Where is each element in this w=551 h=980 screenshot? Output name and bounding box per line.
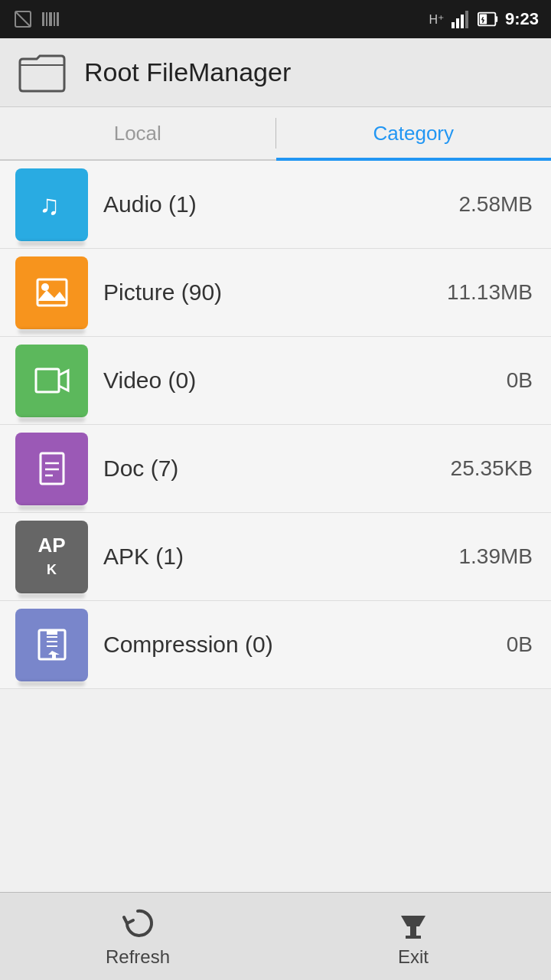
svg-point-19 <box>41 283 49 291</box>
barcode-icon <box>40 8 61 30</box>
apk-label: APK (1) <box>103 544 459 570</box>
status-bar: H⁺ 9:23 <box>0 0 551 38</box>
compression-icon <box>33 626 71 664</box>
list-item[interactable]: APK APK (1) 1.39MB <box>0 513 551 601</box>
svg-rect-26 <box>47 630 57 635</box>
svg-text:♫: ♫ <box>39 189 60 220</box>
compression-icon-box <box>15 609 88 681</box>
audio-icon-box: ♫ <box>15 168 88 241</box>
svg-rect-13 <box>480 14 487 24</box>
apk-text-icon: APK <box>37 534 65 578</box>
svg-rect-9 <box>461 15 464 28</box>
video-size: 0B <box>507 368 551 393</box>
video-label: Video (0) <box>103 368 507 394</box>
compression-label: Compression (0) <box>103 632 507 658</box>
bottom-toolbar: Refresh Exit <box>0 892 551 980</box>
network-type: H⁺ <box>429 12 444 27</box>
svg-rect-4 <box>49 12 52 26</box>
svg-rect-20 <box>36 369 59 392</box>
refresh-icon <box>119 905 156 942</box>
tab-local[interactable]: Local <box>0 107 276 159</box>
exit-label: Exit <box>398 946 429 968</box>
picture-label: Picture (90) <box>103 279 447 305</box>
doc-icon <box>33 449 71 488</box>
list-item[interactable]: Doc (7) 25.35KB <box>0 425 551 513</box>
doc-size: 25.35KB <box>451 456 551 481</box>
svg-rect-8 <box>456 18 459 28</box>
audio-size: 2.58MB <box>459 192 552 217</box>
list-item[interactable]: Compression (0) 0B <box>0 601 551 689</box>
doc-label: Doc (7) <box>103 456 451 482</box>
doc-icon-box <box>15 433 88 505</box>
signal-icon <box>450 8 471 30</box>
svg-rect-33 <box>406 936 421 939</box>
svg-rect-7 <box>452 22 455 28</box>
svg-rect-12 <box>495 16 497 21</box>
battery-icon <box>478 10 499 28</box>
svg-rect-10 <box>465 11 468 28</box>
tab-bar: Local Category <box>0 107 551 161</box>
audio-label: Audio (1) <box>103 191 459 217</box>
compression-size: 0B <box>507 632 551 657</box>
app-header: Root FileManager <box>0 38 551 107</box>
svg-rect-3 <box>46 12 47 26</box>
svg-rect-6 <box>57 12 59 26</box>
status-time: 9:23 <box>505 9 539 29</box>
app-title: Root FileManager <box>84 57 291 87</box>
list-item[interactable]: Picture (90) 11.13MB <box>0 249 551 337</box>
refresh-label: Refresh <box>106 946 170 968</box>
audio-icon: ♫ <box>33 185 71 224</box>
picture-size: 11.13MB <box>447 280 551 305</box>
folder-icon <box>18 53 66 93</box>
refresh-button[interactable]: Refresh <box>61 905 214 968</box>
svg-marker-31 <box>401 916 425 926</box>
svg-rect-18 <box>37 279 67 305</box>
exit-icon <box>395 905 432 942</box>
app-logo <box>15 50 69 96</box>
video-icon-box <box>15 345 88 417</box>
picture-icon-box <box>15 256 88 329</box>
no-sim-icon <box>12 8 34 30</box>
list-item[interactable]: ♫ Audio (1) 2.58MB <box>0 161 551 249</box>
svg-line-1 <box>15 11 31 27</box>
apk-icon-box: APK <box>15 521 88 593</box>
category-list: ♫ Audio (1) 2.58MB Picture (90) 11.13MB … <box>0 161 551 689</box>
video-icon <box>33 361 71 400</box>
svg-rect-32 <box>410 926 416 936</box>
apk-size: 1.39MB <box>459 544 552 569</box>
tab-category[interactable]: Category <box>276 107 552 159</box>
svg-marker-30 <box>48 651 60 659</box>
list-item[interactable]: Video (0) 0B <box>0 337 551 425</box>
svg-rect-5 <box>54 12 55 26</box>
exit-button[interactable]: Exit <box>337 905 490 968</box>
svg-rect-2 <box>42 12 44 26</box>
picture-icon <box>33 273 71 312</box>
